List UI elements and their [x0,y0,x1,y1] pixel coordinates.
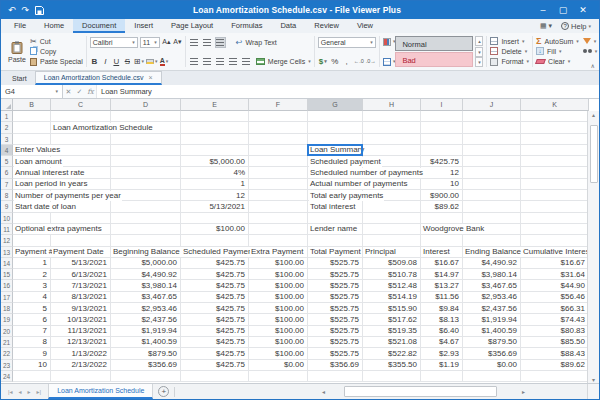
menu-tab-view[interactable]: View [348,19,382,33]
copy-button[interactable]: Copy [30,46,83,56]
cell-K17[interactable]: $56.46 [521,292,589,303]
cell-K11[interactable] [521,224,589,235]
cell-I8[interactable]: $900.00 [421,190,463,201]
cell-B20[interactable]: 7 [13,326,51,337]
cell-D7[interactable] [111,179,181,190]
cell-D1[interactable] [111,111,181,122]
menu-tab-document[interactable]: Document [73,19,125,33]
increase-indent-button[interactable] [241,56,252,67]
cell-H11[interactable] [363,224,421,235]
fill-button[interactable]: ↓Fill▾ [536,46,579,56]
cell-I14[interactable]: $16.67 [421,258,463,269]
cell-F7[interactable] [249,179,308,190]
cell-D18[interactable]: $2,953.46 [111,303,181,314]
collapse-ribbon-button[interactable]: ∧ [591,62,595,69]
cell-E22[interactable]: $425.75 [181,348,249,359]
cell-E13[interactable]: Scheduled Payment [181,247,249,258]
cell-F15[interactable]: $100.00 [249,269,308,280]
cell-F22[interactable]: $100.00 [249,348,308,359]
cell-K12[interactable] [521,235,589,246]
cell-I1[interactable] [421,111,463,122]
cell-G14[interactable]: $525.75 [308,258,363,269]
row-header-10[interactable]: 10 [1,213,13,224]
cell-K6[interactable] [521,167,589,178]
cell-C14[interactable]: 5/13/2021 [51,258,111,269]
row-header-1[interactable]: 1 [1,111,13,122]
vertical-scroll-thumb[interactable] [590,125,598,183]
cell-D24[interactable] [111,371,181,382]
row-header-17[interactable]: 17 [1,292,13,303]
cell-G15[interactable]: $525.75 [308,269,363,280]
cell-F20[interactable]: $100.00 [249,326,308,337]
cell-I6[interactable]: 12 [421,167,463,178]
cell-B16[interactable]: 3 [13,280,51,291]
cell-H17[interactable]: $514.19 [363,292,421,303]
cell-F18[interactable]: $100.00 [249,303,308,314]
cell-J24[interactable] [463,371,521,382]
cell-E12[interactable] [181,235,249,246]
add-sheet-button[interactable]: + [158,386,169,397]
cell-K7[interactable] [521,179,589,190]
cell-F12[interactable] [249,235,308,246]
enter-button[interactable]: ✓ [74,88,85,96]
cell-B10[interactable] [13,213,51,224]
cell-E21[interactable]: $425.75 [181,337,249,348]
row-header-7[interactable]: 7 [1,179,13,190]
cell-B12[interactable] [13,235,51,246]
cell-D3[interactable] [111,134,181,145]
menu-tab-home[interactable]: Home [35,19,73,33]
grow-font-button[interactable]: A▴ [162,37,171,48]
cell-G22[interactable]: $525.75 [308,348,363,359]
cell-D11[interactable] [111,224,181,235]
autosum-button[interactable]: ΣAutoSum▾ [536,36,579,46]
cell-D14[interactable]: $5,000.00 [111,258,181,269]
cell-G16[interactable]: $525.75 [308,280,363,291]
menu-tab-formulas[interactable]: Formulas [222,19,271,33]
cell-G20[interactable]: $525.75 [308,326,363,337]
cell-C21[interactable]: 12/13/2021 [51,337,111,348]
cell-F6[interactable] [249,167,308,178]
undo-icon[interactable]: ↶ [8,6,16,15]
row-header-8[interactable]: 8 [1,190,13,201]
font-family-select[interactable]: Calibri▾ [90,37,138,48]
column-header-D[interactable]: D [111,99,181,111]
cell-K14[interactable]: $16.67 [521,258,589,269]
align-right-button[interactable] [215,56,226,67]
column-header-B[interactable]: B [13,99,51,111]
cell-B2[interactable] [13,122,51,133]
number-format-select[interactable]: General▾ [318,37,376,48]
cell-G4[interactable]: Loan Summary [308,145,363,156]
style-bad[interactable]: Bad [395,52,473,67]
cell-D15[interactable]: $4,490.92 [111,269,181,280]
column-header-K[interactable]: K [521,99,589,111]
tab-start[interactable]: Start [4,72,35,85]
bold-button[interactable]: B [90,56,99,67]
cell-F14[interactable]: $100.00 [249,258,308,269]
cell-J12[interactable] [463,235,521,246]
conditional-formatting-button[interactable]: ▾ [383,36,396,47]
prev-sheet-button[interactable]: ◂ [16,388,25,395]
cell-B18[interactable]: 5 [13,303,51,314]
menu-tab-review[interactable]: Review [305,19,348,33]
cell-D4[interactable] [111,145,181,156]
cell-C3[interactable] [51,134,111,145]
cell-G19[interactable]: $525.75 [308,314,363,325]
cell-J15[interactable]: $3,980.14 [463,269,521,280]
cell-G17[interactable]: $525.75 [308,292,363,303]
cell-G12[interactable] [308,235,363,246]
cell-J2[interactable] [463,122,521,133]
cell-I16[interactable]: $13.27 [421,280,463,291]
cell-D21[interactable]: $1,400.59 [111,337,181,348]
cell-E14[interactable]: $425.75 [181,258,249,269]
cell-H10[interactable] [363,213,421,224]
cell-K23[interactable]: $89.62 [521,360,589,371]
column-header-F[interactable]: F [249,99,308,111]
insert-cells-button[interactable]: Insert▾ [490,36,529,46]
cell-J9[interactable] [463,201,521,212]
minimize-button[interactable]: – [533,1,553,19]
align-bottom-button[interactable] [215,37,226,48]
cell-I15[interactable]: $14.97 [421,269,463,280]
cell-I5[interactable]: $425.75 [421,156,463,167]
cell-F23[interactable]: $0.00 [249,360,308,371]
cell-I22[interactable]: $2.93 [421,348,463,359]
